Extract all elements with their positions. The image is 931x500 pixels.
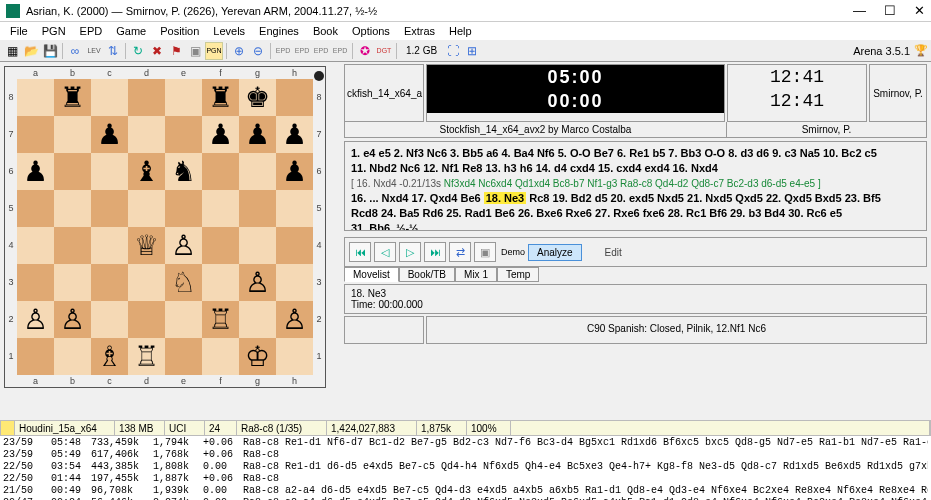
square-c1[interactable]: ♗ xyxy=(91,338,128,375)
menu-file[interactable]: File xyxy=(4,24,34,38)
square-a5[interactable] xyxy=(17,190,54,227)
toolbar-demo-icon[interactable]: ▣ xyxy=(186,42,204,60)
toolbar-new-icon[interactable]: ▦ xyxy=(3,42,21,60)
square-h2[interactable]: ♙ xyxy=(276,301,313,338)
tab-book-tb[interactable]: Book/TB xyxy=(399,267,455,282)
square-g1[interactable]: ♔ xyxy=(239,338,276,375)
toolbar-stop-icon[interactable]: ✖ xyxy=(148,42,166,60)
toolbar-open-icon[interactable]: 📂 xyxy=(22,42,40,60)
square-d8[interactable] xyxy=(128,79,165,116)
square-f7[interactable]: ♟ xyxy=(202,116,239,153)
square-f8[interactable]: ♜ xyxy=(202,79,239,116)
square-e7[interactable] xyxy=(165,116,202,153)
square-b6[interactable] xyxy=(54,153,91,190)
square-f4[interactable] xyxy=(202,227,239,264)
square-e5[interactable] xyxy=(165,190,202,227)
square-a1[interactable] xyxy=(17,338,54,375)
analysis-row[interactable]: 23/5905:49617,406k1,768k+0.06Ra8-c8 xyxy=(3,449,928,461)
swap-button[interactable]: ⇄ xyxy=(449,242,471,262)
demo-button[interactable]: ▣ xyxy=(474,242,496,262)
square-e8[interactable] xyxy=(165,79,202,116)
square-c8[interactable] xyxy=(91,79,128,116)
square-a7[interactable] xyxy=(17,116,54,153)
square-f3[interactable] xyxy=(202,264,239,301)
square-b1[interactable] xyxy=(54,338,91,375)
analyze-button[interactable]: Analyze xyxy=(528,244,582,261)
menu-levels[interactable]: Levels xyxy=(207,24,251,38)
toolbar-adj-icon[interactable]: ⇅ xyxy=(104,42,122,60)
toolbar-epd1-icon[interactable]: EPD xyxy=(274,42,292,60)
square-b3[interactable] xyxy=(54,264,91,301)
step-back-button[interactable]: ◁ xyxy=(374,242,396,262)
square-d6[interactable]: ♝ xyxy=(128,153,165,190)
menu-pgn[interactable]: PGN xyxy=(36,24,72,38)
analysis-row[interactable]: 23/5905:48733,459k1,794k+0.06Ra8-c8 Re1-… xyxy=(3,437,928,449)
menu-game[interactable]: Game xyxy=(110,24,152,38)
minimize-button[interactable]: — xyxy=(853,3,866,18)
analysis-row[interactable]: 22/5001:44197,455k1,887k+0.06Ra8-c8 xyxy=(3,473,928,485)
square-b8[interactable]: ♜ xyxy=(54,79,91,116)
square-d3[interactable] xyxy=(128,264,165,301)
square-h7[interactable]: ♟ xyxy=(276,116,313,153)
toolbar-epd2-icon[interactable]: EPD xyxy=(293,42,311,60)
square-g4[interactable] xyxy=(239,227,276,264)
square-e6[interactable]: ♞ xyxy=(165,153,202,190)
toolbar-expand-icon[interactable]: ⛶ xyxy=(444,42,462,60)
toolbar-zoom-in-icon[interactable]: ⊕ xyxy=(230,42,248,60)
toolbar-infinity-icon[interactable]: ∞ xyxy=(66,42,84,60)
square-g7[interactable]: ♟ xyxy=(239,116,276,153)
square-g2[interactable] xyxy=(239,301,276,338)
square-b5[interactable] xyxy=(54,190,91,227)
edit-label[interactable]: Edit xyxy=(605,247,622,258)
step-fwd-button[interactable]: ▷ xyxy=(399,242,421,262)
tab-movelist[interactable]: Movelist xyxy=(344,267,399,282)
analysis-lines[interactable]: 23/5905:48733,459k1,794k+0.06Ra8-c8 Re1-… xyxy=(0,436,931,500)
square-f5[interactable] xyxy=(202,190,239,227)
toolbar-pgn-icon[interactable]: PGN xyxy=(205,42,223,60)
square-a2[interactable]: ♙ xyxy=(17,301,54,338)
move-list[interactable]: 1. e4 e5 2. Nf3 Nc6 3. Bb5 a6 4. Ba4 Nf6… xyxy=(344,141,927,231)
square-h1[interactable] xyxy=(276,338,313,375)
maximize-button[interactable]: ☐ xyxy=(884,3,896,18)
toolbar-epd4-icon[interactable]: EPD xyxy=(331,42,349,60)
goto-end-button[interactable]: ⏭ xyxy=(424,242,446,262)
toolbar-replay-icon[interactable]: ↻ xyxy=(129,42,147,60)
toolbar-flag-icon[interactable]: ⚑ xyxy=(167,42,185,60)
square-a3[interactable] xyxy=(17,264,54,301)
menu-engines[interactable]: Engines xyxy=(253,24,305,38)
square-a6[interactable]: ♟ xyxy=(17,153,54,190)
square-c4[interactable] xyxy=(91,227,128,264)
toolbar-save-icon[interactable]: 💾 xyxy=(41,42,59,60)
toolbar-zoom-out-icon[interactable]: ⊖ xyxy=(249,42,267,60)
square-b2[interactable]: ♙ xyxy=(54,301,91,338)
close-button[interactable]: ✕ xyxy=(914,3,925,18)
analysis-row[interactable]: 22/5003:54443,385k1,808k0.00Ra8-c8 Re1-d… xyxy=(3,461,928,473)
square-g6[interactable] xyxy=(239,153,276,190)
square-b4[interactable] xyxy=(54,227,91,264)
tab-mix-1[interactable]: Mix 1 xyxy=(455,267,497,282)
square-d5[interactable] xyxy=(128,190,165,227)
square-c2[interactable] xyxy=(91,301,128,338)
square-g5[interactable] xyxy=(239,190,276,227)
square-h6[interactable]: ♟ xyxy=(276,153,313,190)
tab-temp[interactable]: Temp xyxy=(497,267,539,282)
menu-position[interactable]: Position xyxy=(154,24,205,38)
goto-start-button[interactable]: ⏮ xyxy=(349,242,371,262)
square-c5[interactable] xyxy=(91,190,128,227)
square-f6[interactable] xyxy=(202,153,239,190)
square-d4[interactable]: ♕ xyxy=(128,227,165,264)
square-e2[interactable] xyxy=(165,301,202,338)
square-f1[interactable] xyxy=(202,338,239,375)
square-d2[interactable] xyxy=(128,301,165,338)
square-g3[interactable]: ♙ xyxy=(239,264,276,301)
toolbar-dgt-icon[interactable]: DGT xyxy=(375,42,393,60)
toolbar-epd3-icon[interactable]: EPD xyxy=(312,42,330,60)
square-b7[interactable] xyxy=(54,116,91,153)
toolbar-brain-icon[interactable]: ✪ xyxy=(356,42,374,60)
square-d1[interactable]: ♖ xyxy=(128,338,165,375)
toolbar-grid-icon[interactable]: ⊞ xyxy=(463,42,481,60)
square-c7[interactable]: ♟ xyxy=(91,116,128,153)
square-e3[interactable]: ♘ xyxy=(165,264,202,301)
square-g8[interactable]: ♚ xyxy=(239,79,276,116)
square-c6[interactable] xyxy=(91,153,128,190)
